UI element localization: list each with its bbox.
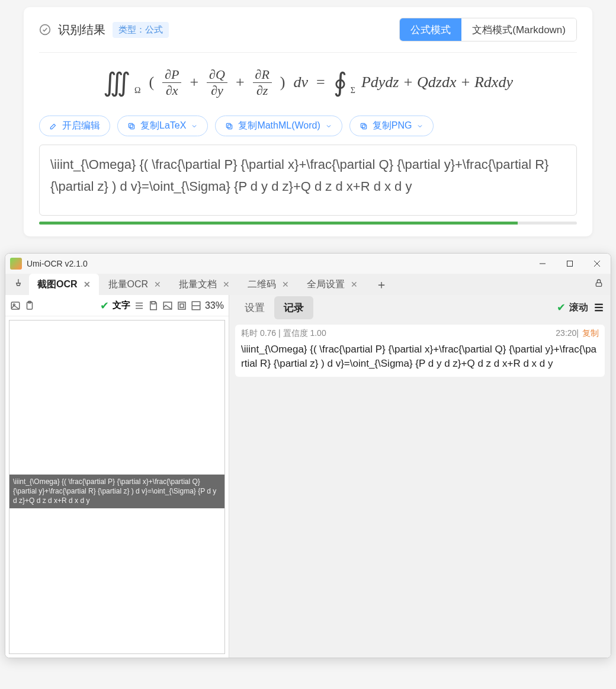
left-panel: ✔ 文字 33% \iiint_{\Omega} {( \frac{\parti… <box>5 295 229 658</box>
close-icon[interactable]: ✕ <box>84 280 91 289</box>
fraction-2: ∂Q∂y <box>207 68 227 97</box>
fraction-1: ∂P∂x <box>162 68 181 97</box>
check-circle-icon <box>39 24 51 36</box>
close-button[interactable] <box>583 254 611 274</box>
svg-rect-2 <box>129 123 133 127</box>
svg-rect-4 <box>227 123 231 127</box>
window-titlebar[interactable]: Umi-OCR v2.1.0 <box>5 254 611 274</box>
menu-icon[interactable] <box>593 302 605 313</box>
edit-button[interactable]: 开启编辑 <box>39 116 110 136</box>
edit-icon <box>49 122 57 130</box>
copy-icon <box>360 122 368 130</box>
copy-latex-button[interactable]: 复制LaTeX <box>117 116 208 136</box>
tab-batch-doc[interactable]: 批量文档 ✕ <box>171 274 238 295</box>
formula-rhs: Pdydz + Qdzdx + Rdxdy <box>361 73 513 91</box>
mode-toggle-group: 公式模式 文档模式(Markdown) <box>399 18 577 41</box>
tab-qrcode[interactable]: 二维码 ✕ <box>239 274 297 295</box>
pin-icon[interactable] <box>9 278 28 290</box>
right-tab-log[interactable]: 记录 <box>274 296 313 319</box>
card-header: 识别结果 类型：公式 公式模式 文档模式(Markdown) <box>39 18 577 53</box>
close-icon[interactable]: ✕ <box>154 280 161 289</box>
type-chip: 类型：公式 <box>113 22 169 38</box>
oint-subscript: Σ <box>351 86 355 95</box>
copy-mathml-button[interactable]: 复制MathML(Word) <box>215 116 342 136</box>
chip-value: 公式 <box>145 24 163 34</box>
result-meta-left: 耗时 0.76 | 置信度 1.00 <box>241 328 326 339</box>
image-icon[interactable] <box>10 300 21 311</box>
svg-rect-5 <box>362 124 366 129</box>
closed-integral-icon: ∮ <box>333 67 347 98</box>
right-tab-settings[interactable]: 设置 <box>235 296 274 319</box>
result-copy-link[interactable]: 复制 <box>582 328 599 339</box>
left-toolbar: ✔ 文字 33% <box>5 295 229 316</box>
add-tab-button[interactable]: ＋ <box>367 277 396 293</box>
copy-png-label: 复制PNG <box>373 120 412 132</box>
paste-icon[interactable] <box>24 300 35 311</box>
svg-rect-1 <box>130 124 134 129</box>
chevron-down-icon <box>416 123 424 130</box>
preview-canvas[interactable]: \iiint_{\Omega} {( \frac{\partial P} {\p… <box>9 320 225 654</box>
copy-icon <box>225 122 233 130</box>
text-mode-label[interactable]: 文字 <box>113 300 130 311</box>
status-ok-icon: ✔ <box>100 299 109 312</box>
close-icon[interactable]: ✕ <box>282 280 289 289</box>
rendered-formula: ∭ Ω ( ∂P∂x + ∂Q∂y + ∂R∂z ) dv = ∮ Σ Pdyd… <box>39 53 577 112</box>
latex-output-textarea[interactable]: \iiint_{\Omega} {( \frac{\partial P} {\p… <box>39 145 577 216</box>
svg-rect-8 <box>567 261 573 267</box>
copy-latex-label: 复制LaTeX <box>140 120 186 132</box>
copy-mathml-label: 复制MathML(Word) <box>238 120 320 132</box>
chevron-down-icon <box>191 123 198 130</box>
svg-rect-11 <box>596 283 601 286</box>
frame-icon[interactable] <box>177 300 187 311</box>
chevron-down-icon <box>325 123 332 130</box>
close-icon[interactable]: ✕ <box>223 280 230 289</box>
svg-rect-21 <box>178 302 185 309</box>
full-icon[interactable] <box>191 300 201 311</box>
tab-screenshot-ocr[interactable]: 截图OCR ✕ <box>29 274 99 295</box>
right-panel: 设置 记录 ✔ 滚动 耗时 0.76 | 置信度 1.00 23:20 | 复制… <box>229 295 611 658</box>
mode-formula-button[interactable]: 公式模式 <box>400 18 461 41</box>
svg-rect-6 <box>361 123 365 127</box>
progress-bar <box>39 222 577 225</box>
zoom-level[interactable]: 33% <box>205 300 224 311</box>
chip-prefix: 类型： <box>118 24 145 34</box>
maximize-button[interactable] <box>556 254 583 274</box>
mode-markdown-button[interactable]: 文档模式(Markdown) <box>461 18 576 41</box>
fraction-3: ∂R∂z <box>253 68 272 97</box>
canvas-ocr-overlay: \iiint_{\Omega} {( \frac{\partial P} {\p… <box>9 475 224 508</box>
svg-rect-22 <box>180 304 184 307</box>
auto-scroll-toggle[interactable]: ✔ 滚动 <box>557 301 588 314</box>
svg-rect-19 <box>152 302 155 304</box>
list-icon[interactable] <box>134 300 145 311</box>
svg-rect-3 <box>228 124 232 129</box>
window-tabbar: 截图OCR ✕ 批量OCR ✕ 批量文档 ✕ 二维码 ✕ 全局设置 ✕ ＋ <box>5 274 611 295</box>
save-icon[interactable] <box>148 300 159 311</box>
edit-label: 开启编辑 <box>62 120 100 132</box>
tab-global-settings[interactable]: 全局设置 ✕ <box>299 274 366 295</box>
result-time: 23:20 <box>556 328 576 339</box>
recognition-card: 识别结果 类型：公式 公式模式 文档模式(Markdown) ∭ Ω ( ∂P∂… <box>24 7 592 236</box>
window-title: Umi-OCR v2.1.0 <box>27 259 529 268</box>
triple-integral-icon: ∭ <box>103 67 131 98</box>
result-entry: 耗时 0.76 | 置信度 1.00 23:20 | 复制 \iiint_{\O… <box>235 325 605 377</box>
card-title: 识别结果 <box>58 22 105 38</box>
copy-png-button[interactable]: 复制PNG <box>349 116 434 136</box>
integral-subscript: Ω <box>134 86 140 95</box>
result-text[interactable]: \iiint_{\Omega} {( \frac{\partial P} {\p… <box>241 342 599 371</box>
copy-icon <box>127 122 136 130</box>
umi-window: Umi-OCR v2.1.0 截图OCR ✕ 批量OCR ✕ 批量文档 ✕ 二维… <box>5 253 611 658</box>
check-icon: ✔ <box>557 301 566 314</box>
action-row: 开启编辑 复制LaTeX 复制MathML(Word) 复制PNG <box>39 116 577 136</box>
close-icon[interactable]: ✕ <box>351 280 358 289</box>
minimize-button[interactable] <box>529 254 556 274</box>
picture-icon[interactable] <box>162 300 173 311</box>
right-toolbar: 设置 记录 ✔ 滚动 <box>229 295 611 320</box>
lock-icon[interactable] <box>587 278 611 290</box>
dv-label: dv <box>294 73 309 91</box>
tab-batch-ocr[interactable]: 批量OCR ✕ <box>100 274 170 295</box>
app-logo-icon <box>10 258 22 270</box>
